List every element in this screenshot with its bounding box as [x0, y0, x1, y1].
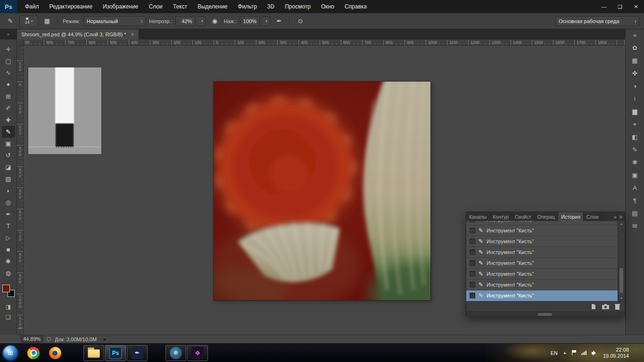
compass-app-taskbar-button[interactable]: ✵ — [165, 345, 186, 361]
new-document-from-state-button[interactable] — [590, 304, 596, 310]
panel-tab-2[interactable]: Свойст — [512, 212, 535, 221]
navigator-panel-icon[interactable]: ⌖ — [633, 121, 636, 128]
pressure-opacity-icon[interactable]: ◉ — [209, 16, 220, 26]
marquee-tool[interactable]: ▢ — [2, 55, 15, 67]
healing-brush-tool[interactable]: ✚ — [2, 114, 15, 126]
history-source-checkbox[interactable] — [470, 221, 475, 222]
toggle-brush-panel-button[interactable]: ▦ — [41, 16, 53, 26]
network-icon[interactable] — [581, 351, 586, 355]
brush-tool[interactable]: ✎ — [2, 126, 15, 138]
path-selection-tool[interactable]: ▷ — [2, 232, 15, 244]
crop-tool[interactable]: ⊞ — [2, 90, 15, 102]
pen-app-taskbar-button[interactable]: ✒ — [127, 345, 148, 361]
tray-expand-icon[interactable]: ▲ — [563, 351, 567, 355]
menu-item[interactable]: Окно — [316, 0, 339, 13]
history-scrollbar[interactable]: ▲ ▼ — [618, 221, 625, 301]
scrollbar-thumb[interactable] — [619, 267, 624, 294]
scroll-up-icon[interactable]: ▲ — [618, 221, 625, 227]
menu-item[interactable]: Текст — [168, 0, 192, 13]
menu-item[interactable]: Просмотр — [280, 0, 316, 13]
panel-overflow-chevron-icon[interactable]: » — [614, 214, 617, 220]
restore-button[interactable]: ❏ — [612, 0, 628, 13]
menu-item[interactable]: Файл — [20, 0, 44, 13]
action-center-icon[interactable] — [572, 350, 576, 355]
history-source-checkbox[interactable] — [470, 228, 475, 233]
swatches-panel-icon[interactable]: ▦ — [632, 57, 637, 65]
type-tool[interactable]: T — [2, 220, 15, 232]
gradient-tool[interactable]: ▧ — [2, 173, 15, 185]
firefox-taskbar-button[interactable] — [45, 345, 66, 361]
menu-item[interactable]: 3D — [262, 0, 280, 13]
menu-item[interactable]: Справка — [339, 0, 372, 13]
history-state-row[interactable]: ✎Инструмент "Кисть" — [466, 247, 618, 258]
history-brush-tool[interactable]: ↺ — [2, 149, 15, 161]
panel-tab-history-active[interactable]: История — [558, 212, 584, 221]
panel-menu-icon[interactable]: ≡ — [619, 214, 622, 220]
explorer-taskbar-button[interactable] — [83, 345, 104, 361]
pen-tool[interactable]: ✒ — [2, 208, 15, 220]
menu-item[interactable]: Фильтр — [233, 0, 262, 13]
zoom-level-field[interactable]: 44,89% — [21, 336, 43, 343]
menu-item[interactable]: Редактирование — [44, 0, 98, 13]
chrome-taskbar-button[interactable] — [23, 345, 44, 361]
menu-item[interactable]: Выделение — [192, 0, 233, 13]
history-hscrollbar[interactable] — [466, 312, 625, 316]
eyedropper-tool[interactable]: ✐ — [2, 102, 15, 114]
hand-tool[interactable]: ✱ — [2, 255, 15, 267]
start-button[interactable]: ⊞ — [3, 346, 18, 361]
dock-collapse-icon[interactable]: « — [633, 32, 636, 39]
opacity-input[interactable]: 42% — [175, 16, 195, 26]
delete-state-button[interactable] — [615, 304, 620, 310]
histogram-panel-icon[interactable]: ▆ — [633, 108, 637, 115]
shape-tool[interactable]: ■ — [2, 244, 15, 255]
masks-panel-icon[interactable]: ◧ — [632, 133, 637, 141]
photoshop-taskbar-button[interactable]: Ps — [105, 345, 126, 361]
brush-preset-picker[interactable]: 14 ▾ — [19, 16, 38, 27]
styles-panel-icon[interactable]: ✤ — [632, 70, 637, 77]
color-panel-icon[interactable]: ✿ — [632, 44, 637, 52]
panel-tab-5[interactable]: Слои — [584, 212, 602, 221]
language-indicator[interactable]: EN — [551, 350, 558, 356]
history-state-row[interactable]: ✎Инструмент "Кисть" — [466, 280, 618, 290]
volume-icon[interactable] — [592, 350, 598, 356]
clone-stamp-tool[interactable]: ▣ — [2, 138, 15, 149]
history-state-row[interactable]: ✎Инструмент "Кисть" — [466, 236, 618, 247]
history-state-row[interactable]: ✎Инструмент "Кисть" — [466, 225, 618, 236]
menu-item[interactable]: Слои — [144, 0, 168, 13]
history-source-checkbox[interactable] — [470, 260, 475, 266]
workspace-select[interactable]: Основная рабочая среда ▴▾ — [555, 16, 639, 26]
history-state-row[interactable]: ✎Инструмент "Кисть" — [466, 290, 618, 301]
history-state-row[interactable]: ✎Инструмент "Кисть" — [466, 258, 618, 269]
notes-panel-icon[interactable]: ✉ — [632, 222, 637, 230]
brush-panel-icon[interactable]: ✎ — [632, 146, 637, 154]
adjustments-panel-icon[interactable]: ◑ — [633, 82, 637, 90]
dodge-tool[interactable]: ◎ — [2, 197, 15, 208]
pressure-size-icon[interactable]: ⊙ — [295, 16, 306, 26]
panel-tab-3[interactable]: Операц — [535, 212, 558, 221]
zoom-tool[interactable]: ◍ — [2, 267, 15, 279]
eraser-tool[interactable]: ◪ — [2, 161, 15, 173]
lasso-tool[interactable]: ∿ — [2, 67, 15, 79]
brush-tool-icon[interactable]: ✎ — [5, 16, 16, 26]
toolbar-collapse-icon[interactable]: » — [0, 29, 17, 40]
character-panel-icon[interactable]: A — [633, 184, 637, 192]
minimize-button[interactable]: — — [596, 0, 612, 13]
flow-input[interactable]: 100% — [240, 16, 260, 26]
hscrollbar-thumb[interactable] — [538, 313, 552, 316]
status-menu-arrow-icon[interactable]: ▶ — [103, 337, 107, 342]
close-button[interactable]: ✕ — [628, 0, 644, 13]
screen-mode-icon[interactable]: ❏ — [6, 314, 11, 321]
clone-source-panel-icon[interactable]: ▣ — [632, 172, 637, 179]
history-source-checkbox[interactable] — [470, 271, 475, 277]
emblem-app-taskbar-button[interactable]: ❖ — [187, 345, 208, 361]
blur-tool[interactable]: ◗ — [2, 185, 15, 197]
history-source-checkbox[interactable] — [470, 249, 475, 255]
document-canvas[interactable] — [214, 82, 430, 300]
history-source-checkbox[interactable] — [470, 282, 475, 288]
menu-item[interactable]: Изображение — [98, 0, 144, 13]
flow-slider-button[interactable]: ▾ — [263, 16, 270, 26]
history-source-checkbox[interactable] — [470, 293, 475, 298]
document-tab[interactable]: Shroom_red.psd @ 44,9% (Слой 3, RGB/8) *… — [17, 29, 139, 40]
foreground-color-swatch[interactable] — [2, 285, 10, 292]
quick-selection-tool[interactable]: ✦ — [2, 79, 15, 90]
